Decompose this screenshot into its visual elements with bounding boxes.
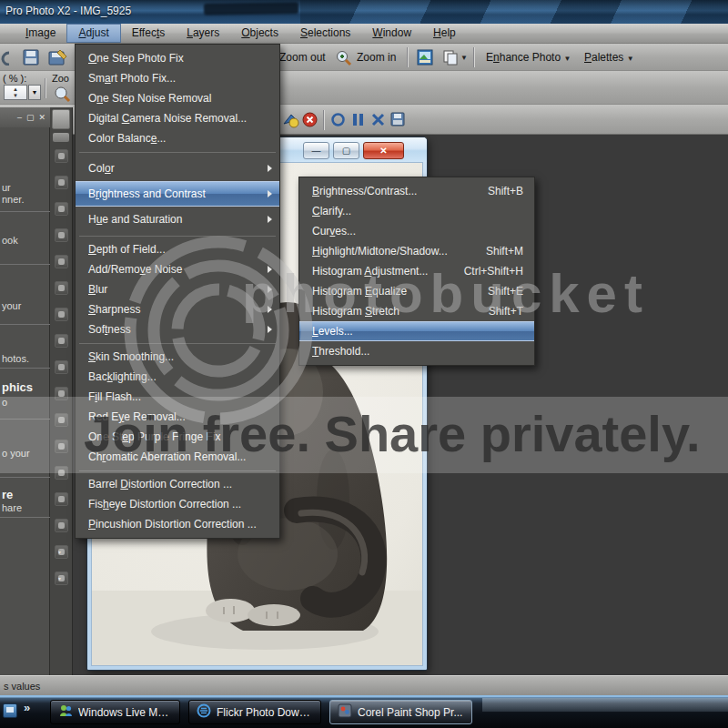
menu-item-smart-photo-fix[interactable]: Smart Photo Fix... [76, 68, 279, 88]
learning-center-text-fragment: re [2, 488, 13, 501]
submenu-item-threshold[interactable]: Threshold... [299, 341, 534, 361]
tool-icon[interactable] [55, 308, 68, 321]
maximize-icon[interactable]: ▢ [26, 114, 35, 122]
menu-item-red-eye-removal[interactable]: Red Eye Removal... [76, 407, 279, 427]
submenu-item-brightness-contrast[interactable]: Brightness/Contrast...Shift+B [299, 181, 534, 201]
tool-icon[interactable] [55, 255, 68, 268]
ie-icon [197, 703, 211, 721]
copy-icon[interactable] [442, 49, 459, 69]
menu-item-fisheye-distortion-correction[interactable]: Fisheye Distortion Correction ... [76, 494, 279, 514]
tool-icon[interactable] [55, 281, 68, 295]
tool-icon[interactable] [55, 492, 68, 506]
percent-dropdown[interactable]: ▼ [28, 85, 41, 100]
submenu-item-histogram-stretch[interactable]: Histogram StretchShift+T [299, 301, 534, 321]
tool-icon[interactable] [55, 519, 68, 532]
close-icon[interactable]: ✕ [363, 142, 404, 159]
minimize-icon[interactable]: — [303, 142, 329, 159]
psp-icon [338, 703, 352, 721]
menu-item-chromatic-aberration-removal[interactable]: Chromatic Aberration Removal... [76, 447, 279, 467]
taskbar-button-1[interactable]: Windows Live Mess... [50, 700, 180, 724]
menubar-item-help[interactable]: Help [422, 24, 467, 43]
menu-item-add-remove-noise[interactable]: Add/Remove Noise [76, 259, 279, 279]
adjust-menu: One Step Photo FixSmart Photo Fix...One … [75, 44, 280, 539]
taskbar-button-2[interactable]: Flickr Photo Downlo... [188, 700, 321, 724]
tool-icon[interactable] [55, 149, 68, 163]
menu-item-color[interactable]: Color [76, 156, 279, 181]
menu-item-one-step-purple-fringe-fix[interactable]: One Step Purple Fringe Fix [76, 427, 279, 447]
menu-bar: ImageAdjustEffectsLayersObjectsSelection… [0, 24, 728, 44]
menubar-item-window[interactable]: Window [361, 24, 422, 43]
tool-icon[interactable]: ▾ [55, 545, 68, 559]
quick-launch-icon[interactable] [3, 703, 17, 718]
zoom-in-button[interactable]: Zoom in [357, 44, 396, 71]
submenu-item-highlight-midtone-shadow[interactable]: Highlight/Midtone/Shadow...Shift+M [299, 241, 534, 261]
tool-icon[interactable] [55, 360, 68, 374]
menu-item-hue-and-saturation[interactable]: Hue and Saturation [76, 207, 279, 232]
menu-item-backlighting[interactable]: Backlighting... [76, 367, 279, 387]
pause-icon[interactable] [352, 113, 364, 130]
tool-icon[interactable] [55, 176, 68, 189]
learning-center-text-fragment: hare [2, 502, 22, 513]
menubar-item-adjust[interactable]: Adjust [66, 24, 120, 43]
submenu-item-levels[interactable]: Levels... [299, 321, 534, 341]
tool-icon[interactable]: ▾ [55, 571, 68, 585]
percent-spinner[interactable]: ▲▼ [4, 85, 27, 100]
zoom-out-button[interactable]: Zoom out [279, 44, 326, 71]
menu-item-sharpness[interactable]: Sharpness [76, 299, 279, 319]
menu-item-one-step-noise-removal[interactable]: One Step Noise Removal [76, 88, 279, 108]
tool-icon[interactable] [55, 228, 68, 242]
taskbar: » Windows Live Mess...Flickr Photo Downl… [0, 695, 728, 728]
menu-item-digital-camera-noise-removal[interactable]: Digital Camera Noise Removal... [76, 108, 279, 128]
tool-icon[interactable] [55, 387, 68, 400]
minimize-icon[interactable]: – [17, 114, 22, 122]
menu-item-depth-of-field[interactable]: Depth of Field... [76, 239, 279, 259]
zoom-in-magnifier-icon[interactable] [335, 49, 352, 70]
submenu-arrow-icon [268, 190, 272, 197]
picture-icon[interactable] [417, 49, 433, 69]
enhance-photo-button[interactable]: Enhance Photo ▼ [486, 44, 571, 73]
taskbar-button-3[interactable]: Corel Paint Shop Pr... [329, 700, 472, 724]
tool-icon[interactable] [55, 466, 68, 480]
submenu-item-curves[interactable]: Curves... [299, 221, 534, 241]
stop-icon[interactable] [371, 113, 385, 130]
menu-item-pincushion-distortion-correction[interactable]: Pincushion Distortion Correction ... [76, 514, 279, 534]
menu-item-color-balance[interactable]: Color Balance... [76, 128, 279, 148]
submenu-item-histogram-adjustment[interactable]: Histogram Adjustment...Ctrl+Shift+H [299, 261, 534, 281]
submenu-arrow-icon [268, 165, 272, 172]
menubar-item-layers[interactable]: Layers [176, 24, 230, 43]
close-icon[interactable]: ✕ [38, 114, 46, 122]
menu-item-fill-flash[interactable]: Fill Flash... [76, 387, 279, 407]
menu-item-brightness-and-contrast[interactable]: Brightness and Contrast [76, 181, 279, 207]
tool-icon[interactable] [55, 202, 68, 216]
copy-dropdown-arrow-icon[interactable]: ▼ [460, 54, 468, 62]
palette-titlebar[interactable]: – ▢ ✕ [0, 107, 50, 127]
submenu-item-clarify[interactable]: Clarify... [299, 201, 534, 221]
submenu-item-histogram-equalize[interactable]: Histogram EqualizeShift+E [299, 281, 534, 301]
delete-icon[interactable] [302, 112, 318, 131]
save-script-icon[interactable] [390, 112, 405, 130]
menubar-item-image[interactable]: Image [15, 24, 66, 43]
undo-icon[interactable] [0, 51, 11, 69]
toolbar-handle[interactable] [52, 109, 70, 129]
menu-item-one-step-photo-fix[interactable]: One Step Photo Fix [76, 48, 279, 68]
tool-icon[interactable] [55, 413, 68, 427]
menubar-item-objects[interactable]: Objects [230, 24, 289, 43]
save-icon[interactable] [22, 48, 40, 70]
menubar-item-selections[interactable]: Selections [289, 24, 361, 43]
menubar-item-effects[interactable]: Effects [121, 24, 176, 43]
menu-item-softness[interactable]: Softness [76, 319, 279, 339]
palette-separator [0, 419, 50, 420]
toolbar-thumb[interactable] [53, 133, 69, 142]
organizer-icon[interactable] [282, 111, 300, 133]
tool-icon[interactable] [55, 440, 68, 453]
magnifier-icon[interactable] [53, 86, 71, 106]
chevron-icon[interactable]: » [24, 701, 30, 714]
palettes-button[interactable]: Palettes ▼ [584, 44, 634, 73]
menu-item-blur[interactable]: Blur [76, 279, 279, 299]
menu-item-barrel-distortion-correction[interactable]: Barrel Distortion Correction ... [76, 474, 279, 494]
save-as-icon[interactable] [47, 48, 67, 70]
maximize-icon[interactable]: ▢ [333, 142, 359, 159]
tool-icon[interactable] [55, 334, 68, 348]
menu-item-skin-smoothing[interactable]: Skin Smoothing... [76, 347, 279, 367]
record-icon[interactable] [331, 113, 345, 130]
